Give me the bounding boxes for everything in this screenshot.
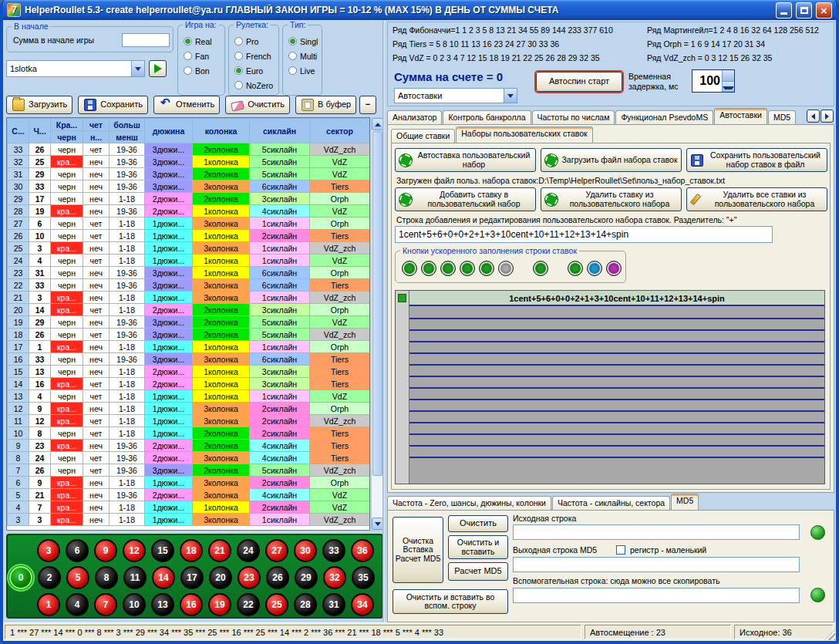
list-item[interactable] xyxy=(409,331,824,342)
board-number-27[interactable]: 27 xyxy=(265,539,288,562)
scroll-down-button[interactable] xyxy=(372,518,383,530)
bet-chip[interactable] xyxy=(568,261,583,276)
table-row[interactable]: 129кра...неч1-181дюжи...3колонка2сиклайн… xyxy=(8,403,370,415)
board-number-12[interactable]: 12 xyxy=(123,539,146,562)
md5-output-input[interactable] xyxy=(513,557,800,572)
tab-автоставки[interactable]: Автоставки xyxy=(714,108,767,124)
board-number-26[interactable]: 26 xyxy=(266,566,289,589)
board-number-23[interactable]: 23 xyxy=(238,566,261,589)
tab-md5[interactable]: MD5 xyxy=(671,494,699,510)
slot-select[interactable]: 1slotka xyxy=(6,60,145,77)
spinner-up-button[interactable] xyxy=(723,70,734,82)
radio-option-french[interactable]: French xyxy=(234,49,275,63)
save-button[interactable]: Сохранить xyxy=(78,96,148,114)
set-button[interactable]: Автоставка пользовательский набор xyxy=(395,148,536,172)
table-row[interactable]: 3033черннеч19-363дюжи...3колонка6сиклайн… xyxy=(8,180,370,193)
board-number-1[interactable]: 1 xyxy=(37,593,60,616)
list-item[interactable] xyxy=(409,447,824,458)
clear-button[interactable]: Очистить xyxy=(225,96,290,114)
table-row[interactable]: 276чернчет1-181дюжи...3колонка1сиклайнOr… xyxy=(8,217,370,230)
bet-chip[interactable] xyxy=(421,261,436,276)
table-row[interactable]: 47кра...неч1-181дюжи...1колонка2сиклайнV… xyxy=(8,501,370,514)
start-sum-input[interactable] xyxy=(122,33,170,47)
board-number-5[interactable]: 5 xyxy=(66,566,89,589)
radio-option-pro[interactable]: Pro xyxy=(234,34,275,49)
tab-частота-сиклайны-сектора[interactable]: Частота - сиклайны, сектора xyxy=(552,496,670,510)
bet-chip[interactable] xyxy=(533,261,548,276)
board-number-31[interactable]: 31 xyxy=(322,593,345,616)
md5-aux-input[interactable] xyxy=(513,588,800,603)
board-number-22[interactable]: 22 xyxy=(237,593,260,616)
board-number-28[interactable]: 28 xyxy=(294,593,317,616)
tab-md5[interactable]: MD5 xyxy=(768,110,796,124)
table-row[interactable]: 2610чернчет1-181дюжи...1колонка2сиклайнT… xyxy=(8,230,370,242)
board-number-29[interactable]: 29 xyxy=(295,566,318,589)
board-number-15[interactable]: 15 xyxy=(151,539,174,562)
md5-clear-paste-aux-button[interactable]: Очистить и вставить во вспом. строку xyxy=(393,589,508,614)
minimize-button[interactable] xyxy=(776,2,792,19)
table-row[interactable]: 824чернчет19-362дюжи...3колонка4сиклайнT… xyxy=(8,452,370,464)
table-row[interactable]: 2331черннеч19-363дюжи...1колонка6сиклайн… xyxy=(8,267,370,279)
table-row[interactable]: 726чернчет19-363дюжи...2колонка5сиклайнV… xyxy=(8,464,370,477)
bet-chip[interactable] xyxy=(498,261,514,276)
table-row[interactable]: 1633черннеч19-363дюжи...3колонка6сиклайн… xyxy=(8,353,370,366)
col-header-black[interactable]: черн xyxy=(51,131,83,143)
radio-option-euro[interactable]: Euro xyxy=(234,63,275,78)
board-number-6[interactable]: 6 xyxy=(66,539,89,562)
scrollbar-thumb[interactable] xyxy=(372,131,382,476)
board-number-4[interactable]: 4 xyxy=(66,593,89,616)
set-button[interactable]: Сохранить пользовательский набор ставок … xyxy=(686,148,827,172)
list-item[interactable] xyxy=(409,366,824,377)
table-row[interactable]: 69кра...неч1-181дюжи...3колонка2сиклайнO… xyxy=(8,477,370,489)
board-number-9[interactable]: 9 xyxy=(94,539,117,562)
board-number-19[interactable]: 19 xyxy=(208,593,231,616)
board-number-16[interactable]: 16 xyxy=(180,593,203,616)
board-number-24[interactable]: 24 xyxy=(237,539,260,562)
tab-частота-zero-шансы-дюжины-колонки[interactable]: Частота - Zero, шансы, дюжины, колонки xyxy=(387,496,551,510)
tab-частоты-по-числам[interactable]: Частоты по числам xyxy=(532,110,615,124)
set-button[interactable]: Загрузить файл набора ставок xyxy=(541,148,682,172)
bet-chip[interactable] xyxy=(479,261,494,276)
table-row[interactable]: 2917черннеч1-182дюжи...2колонка3сиклайнO… xyxy=(8,193,370,205)
table-row[interactable]: 244чернчет1-181дюжи...1колонка1сиклайнVd… xyxy=(8,255,370,267)
list-item[interactable] xyxy=(409,412,824,423)
board-number-8[interactable]: 8 xyxy=(95,566,118,589)
radio-option-nozero[interactable]: NoZero xyxy=(234,78,275,93)
board-number-33[interactable]: 33 xyxy=(322,539,345,562)
table-row[interactable]: 108чернчет1-181дюжи...2колонка2сиклайнTi… xyxy=(8,427,370,440)
results-table[interactable]: С... Ч... Кра... чет больш дюжина колонк… xyxy=(7,118,370,526)
board-number-18[interactable]: 18 xyxy=(180,539,203,562)
list-item[interactable] xyxy=(409,342,824,354)
tab-scroll-right-button[interactable] xyxy=(820,110,834,123)
tab-наборы-пользовательских-ставок[interactable]: Наборы пользовательских ставок xyxy=(456,126,592,143)
col-header-dozen[interactable]: дюжина xyxy=(145,119,193,143)
title-bar[interactable]: HelperRoullet 5.3- create helperroullet@… xyxy=(3,0,836,20)
table-row[interactable]: 521кра...неч19-362дюжи...3колонка4сиклай… xyxy=(8,489,370,501)
table-row[interactable]: 3129черннеч19-363дюжи...2колонка5сиклайн… xyxy=(8,168,370,180)
board-number-30[interactable]: 30 xyxy=(294,539,317,562)
table-row[interactable]: 3225кра...неч19-363дюжи...1колонка5сикла… xyxy=(8,156,370,168)
board-number-14[interactable]: 14 xyxy=(152,566,175,589)
col-header-even[interactable]: чет xyxy=(83,119,110,131)
tab-контроль-банкролла[interactable]: Контроль банкролла xyxy=(443,110,531,124)
board-number-17[interactable]: 17 xyxy=(180,566,204,589)
table-row[interactable]: 134чернчет1-181дюжи...1колонка1сиклайнVd… xyxy=(8,390,370,403)
board-number-0[interactable]: 0 xyxy=(9,566,32,589)
list-item[interactable] xyxy=(409,435,824,447)
bet-chip[interactable] xyxy=(460,261,475,276)
board-number-35[interactable]: 35 xyxy=(352,566,375,589)
board-number-2[interactable]: 2 xyxy=(38,566,61,589)
list-item[interactable] xyxy=(409,389,824,400)
table-row[interactable]: 253кра...неч1-181дюжи...3колонка1сиклайн… xyxy=(8,242,370,255)
board-number-36[interactable]: 36 xyxy=(351,539,374,562)
set-button[interactable]: Удалить все ставки из пользовательского … xyxy=(686,187,827,211)
radio-option-multi[interactable]: Multi xyxy=(288,49,318,63)
bet-chip[interactable] xyxy=(587,261,602,276)
undo-button[interactable]: Отменить xyxy=(153,96,220,114)
table-row[interactable]: 3326чернчет19-363дюжи...2колонка5сиклайн… xyxy=(8,143,370,156)
maximize-button[interactable] xyxy=(796,2,812,19)
bet-chip[interactable] xyxy=(402,261,417,276)
col-header-red[interactable]: Кра... xyxy=(51,119,83,131)
board-number-32[interactable]: 32 xyxy=(323,566,346,589)
tab-scroll-left-button[interactable] xyxy=(807,110,820,123)
